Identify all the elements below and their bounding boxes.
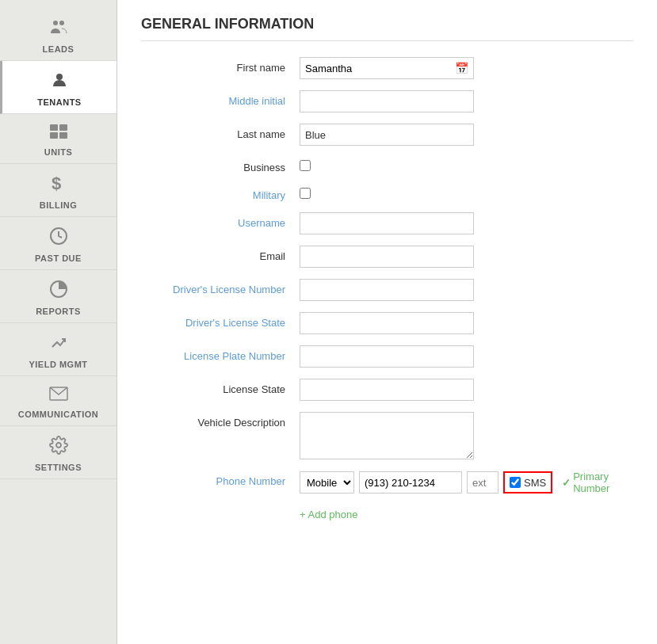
- settings-icon: [49, 436, 68, 459]
- communication-icon: [49, 386, 68, 406]
- sidebar-item-billing-label: BILLING: [40, 200, 78, 210]
- yield-mgmt-icon: [49, 333, 68, 356]
- drivers-license-number-row: Driver's License Number: [141, 279, 633, 301]
- sidebar-item-leads-label: LEADS: [43, 44, 74, 54]
- last-name-row: Last name: [141, 124, 633, 146]
- sidebar-item-tenants[interactable]: TENANTS: [0, 61, 117, 114]
- add-phone-anchor[interactable]: + Add phone: [300, 509, 357, 520]
- username-row: Username: [141, 212, 633, 234]
- svg-rect-5: [50, 132, 58, 139]
- license-plate-number-label: License Plate Number: [141, 345, 300, 362]
- vehicle-description-label: Vehicle Description: [141, 412, 300, 429]
- sidebar-item-units[interactable]: UNITS: [0, 114, 117, 164]
- svg-point-1: [59, 21, 64, 25]
- drivers-license-state-row: Driver's License State: [141, 312, 633, 334]
- svg-rect-4: [59, 124, 67, 131]
- military-checkbox[interactable]: [300, 188, 311, 199]
- main-content: GENERAL INFORMATION First name 📅 Middle …: [117, 0, 657, 644]
- phone-number-label: Phone Number: [141, 471, 300, 487]
- svg-point-2: [56, 74, 63, 80]
- sidebar-item-reports-label: REPORTS: [36, 307, 81, 316]
- email-label: Email: [141, 246, 300, 262]
- sidebar-item-billing[interactable]: $ BILLING: [0, 164, 117, 217]
- first-name-input[interactable]: [300, 58, 450, 78]
- phone-row: Mobile Home Work Fax SMS ✓ Primary Numbe…: [300, 471, 633, 494]
- last-name-label: Last name: [141, 124, 300, 140]
- drivers-license-number-label: Driver's License Number: [141, 279, 300, 295]
- military-checkbox-wrapper: [300, 185, 311, 199]
- phone-number-row: Phone Number Mobile Home Work Fax SMS ✓ …: [141, 471, 633, 494]
- business-row: Business: [141, 157, 633, 173]
- email-input[interactable]: [300, 246, 474, 268]
- sidebar-item-yield-mgmt-label: YIELD MGMT: [29, 360, 87, 369]
- license-state-input[interactable]: [300, 379, 474, 401]
- phone-number-input[interactable]: [359, 471, 462, 493]
- last-name-input[interactable]: [300, 124, 474, 146]
- first-name-row: First name 📅: [141, 57, 633, 79]
- checkmark-icon: ✓: [562, 477, 571, 489]
- phone-type-select[interactable]: Mobile Home Work Fax: [300, 471, 354, 493]
- first-name-wrapper: 📅: [300, 57, 474, 79]
- middle-initial-input[interactable]: [300, 90, 474, 112]
- business-label: Business: [141, 157, 300, 173]
- sidebar-item-settings[interactable]: SETTINGS: [0, 426, 117, 479]
- license-state-label: License State: [141, 379, 300, 395]
- sidebar-item-yield-mgmt[interactable]: YIELD MGMT: [0, 323, 117, 376]
- username-input[interactable]: [300, 212, 474, 234]
- business-checkbox[interactable]: [300, 160, 311, 171]
- tenants-icon: [50, 70, 69, 94]
- add-phone-link[interactable]: + Add phone: [141, 505, 633, 520]
- sidebar-item-past-due[interactable]: PAST DUE: [0, 217, 117, 270]
- drivers-license-state-label: Driver's License State: [141, 312, 300, 329]
- svg-rect-3: [50, 124, 58, 131]
- email-row: Email: [141, 246, 633, 268]
- sidebar-item-communication-label: COMMUNICATION: [18, 410, 99, 419]
- svg-point-11: [56, 443, 61, 448]
- phone-ext-input[interactable]: [467, 471, 498, 493]
- sms-label: SMS: [524, 477, 546, 489]
- middle-initial-label: Middle initial: [141, 90, 300, 107]
- sidebar-item-settings-label: SETTINGS: [35, 463, 82, 472]
- past-due-icon: [49, 227, 68, 250]
- leads-icon: [49, 17, 68, 41]
- license-state-row: License State: [141, 379, 633, 401]
- military-label: Military: [141, 185, 300, 201]
- license-plate-number-input[interactable]: [300, 345, 474, 368]
- calendar-icon[interactable]: 📅: [450, 62, 473, 74]
- middle-initial-row: Middle initial: [141, 90, 633, 112]
- sms-box: SMS: [503, 471, 552, 493]
- billing-icon: $: [50, 173, 67, 197]
- sms-checkbox[interactable]: [510, 477, 521, 488]
- units-icon: [49, 124, 68, 144]
- sidebar-item-tenants-label: TENANTS: [37, 97, 81, 107]
- svg-text:$: $: [52, 173, 62, 192]
- vehicle-description-row: Vehicle Description: [141, 412, 633, 459]
- svg-rect-6: [59, 132, 67, 139]
- business-checkbox-wrapper: [300, 157, 311, 171]
- military-row: Military: [141, 185, 633, 201]
- sidebar-item-units-label: UNITS: [44, 147, 73, 157]
- drivers-license-number-input[interactable]: [300, 279, 474, 301]
- primary-number-indicator: ✓ Primary Number: [562, 471, 633, 494]
- first-name-label: First name: [141, 57, 300, 74]
- license-plate-number-row: License Plate Number: [141, 345, 633, 368]
- drivers-license-state-input[interactable]: [300, 312, 474, 334]
- sidebar-item-communication[interactable]: COMMUNICATION: [0, 376, 117, 426]
- sidebar: LEADS TENANTS UNITS $ BILLING PAST DUE R…: [0, 0, 117, 644]
- username-label: Username: [141, 212, 300, 229]
- sidebar-item-leads[interactable]: LEADS: [0, 8, 117, 61]
- section-title: GENERAL INFORMATION: [141, 16, 633, 41]
- reports-icon: [49, 280, 68, 303]
- sidebar-item-past-due-label: PAST DUE: [35, 253, 82, 263]
- sidebar-item-reports[interactable]: REPORTS: [0, 270, 117, 323]
- vehicle-description-input[interactable]: [300, 412, 474, 459]
- svg-point-0: [53, 21, 58, 25]
- primary-number-label: Primary Number: [573, 471, 633, 494]
